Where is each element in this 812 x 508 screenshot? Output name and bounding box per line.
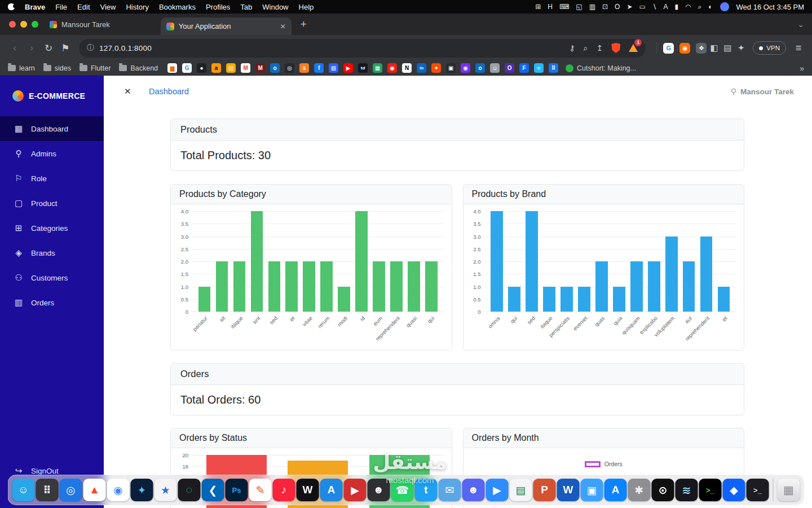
bookmark-favicon[interactable]: ⠿ bbox=[549, 63, 558, 73]
bookmark-favicon[interactable]: ◎ bbox=[285, 63, 294, 73]
dock-appstore-2[interactable]: A bbox=[604, 479, 627, 501]
leo-sparkle-icon[interactable]: ✦ bbox=[735, 43, 747, 53]
forward-button[interactable]: › bbox=[24, 42, 39, 54]
menubar-app-name[interactable]: Brave bbox=[25, 3, 45, 11]
status-icon[interactable]: ⊞ bbox=[535, 3, 541, 11]
dock-word[interactable]: W bbox=[557, 479, 580, 501]
status-icon[interactable]: A bbox=[663, 3, 668, 11]
tab-your-application[interactable]: Your Application ✕ bbox=[161, 17, 292, 35]
breadcrumb-dashboard-link[interactable]: Dashboard bbox=[149, 87, 189, 96]
menu-help[interactable]: Help bbox=[299, 3, 314, 11]
site-info-icon[interactable]: ⓘ bbox=[87, 43, 94, 53]
bookmark-favicon[interactable]: ▦ bbox=[373, 63, 382, 73]
brave-rewards-icon[interactable]: 1 bbox=[629, 44, 638, 52]
bookmark-favicon[interactable]: ▶ bbox=[343, 63, 353, 73]
bookmark-favicon[interactable]: M bbox=[241, 63, 250, 73]
bookmark-favicon[interactable]: ▧ bbox=[329, 63, 338, 73]
dock-android-studio[interactable]: ◌ bbox=[178, 479, 201, 501]
status-icon[interactable]: ⌨ bbox=[559, 3, 569, 11]
dock-trash[interactable]: ▦ bbox=[778, 479, 800, 501]
wallet-icon[interactable]: ▤ bbox=[721, 43, 734, 53]
dock-zoom[interactable]: ▶ bbox=[486, 479, 509, 501]
apple-menu-icon[interactable] bbox=[8, 3, 15, 10]
bookmark-favicon[interactable]: G bbox=[182, 63, 192, 73]
sidebar-item-customers[interactable]: ⚇Customers bbox=[0, 265, 104, 290]
bookmark-folder-flutter[interactable]: Flutter bbox=[80, 64, 111, 72]
bookmark-favicon[interactable]: o bbox=[475, 63, 485, 73]
dock-launchpad[interactable]: ⠿ bbox=[36, 479, 59, 501]
tab-search-chevron-icon[interactable]: ⌄ bbox=[797, 20, 804, 29]
status-icon[interactable]: ▭ bbox=[639, 3, 645, 11]
sidebar-item-orders[interactable]: ▥Orders bbox=[0, 290, 104, 315]
dock-twitter[interactable]: t bbox=[415, 479, 438, 501]
bookmark-flag-icon[interactable]: ⚑ bbox=[58, 42, 73, 54]
menu-window[interactable]: Window bbox=[262, 3, 288, 11]
dock-brave[interactable]: ▲ bbox=[83, 479, 106, 501]
extension-icon[interactable]: ◉ bbox=[679, 43, 690, 54]
zoom-window-button[interactable] bbox=[32, 21, 38, 28]
dock-vscode[interactable]: ❮ bbox=[202, 479, 224, 501]
bookmark-favicon[interactable]: N bbox=[402, 63, 412, 73]
find-in-page-icon[interactable]: ⌕ bbox=[584, 43, 588, 53]
extension-icon[interactable]: G bbox=[663, 43, 674, 54]
bookmark-favicon[interactable]: o bbox=[270, 63, 280, 73]
dock-photoshop[interactable]: Ps bbox=[226, 479, 248, 501]
close-window-button[interactable] bbox=[9, 21, 16, 28]
bookmark-favicon[interactable]: ▆ bbox=[167, 63, 177, 73]
bookmarks-overflow-chevron[interactable]: » bbox=[800, 64, 804, 73]
status-icon[interactable]: ⊡ bbox=[602, 3, 608, 11]
status-icon[interactable]: ▮ bbox=[674, 3, 678, 11]
bookmark-favicon[interactable]: O bbox=[505, 63, 514, 73]
sidebar-item-brands[interactable]: ◈Brands bbox=[0, 240, 104, 265]
bookmark-favicon[interactable]: ◉ bbox=[461, 63, 470, 73]
menu-history[interactable]: History bbox=[126, 3, 148, 11]
dock-white-star-app[interactable]: ★ bbox=[155, 479, 177, 501]
menu-tab[interactable]: Tab bbox=[240, 3, 252, 11]
bookmark-favicon[interactable]: ● bbox=[197, 63, 206, 73]
status-icon[interactable]: ➤ bbox=[626, 3, 632, 11]
minimize-window-button[interactable] bbox=[20, 21, 27, 28]
new-tab-button[interactable]: + bbox=[301, 18, 307, 30]
sidebar-item-product[interactable]: ▢Product bbox=[0, 191, 104, 216]
status-icon[interactable]: H bbox=[548, 3, 553, 11]
status-icon[interactable]: ▥ bbox=[589, 3, 595, 11]
sidebar-item-categories[interactable]: ⊞Categories bbox=[0, 216, 104, 240]
dock-powerpoint[interactable]: P bbox=[533, 479, 556, 501]
bookmark-folder-sides[interactable]: sides bbox=[43, 64, 71, 72]
extension-icon[interactable]: ❖ bbox=[696, 43, 707, 54]
status-icon[interactable]: ⌕ bbox=[698, 3, 702, 11]
vpn-button[interactable]: VPN bbox=[753, 41, 786, 55]
sidebar-item-dashboard[interactable]: ▦Dashboard bbox=[0, 116, 104, 141]
sidebar-item-admins[interactable]: ⚲Admins bbox=[0, 141, 104, 166]
dock-red-play-app[interactable]: ▶ bbox=[344, 479, 367, 501]
bookmark-favicon[interactable]: s bbox=[299, 63, 309, 73]
bookmark-favicon[interactable]: ◉ bbox=[387, 63, 397, 73]
bookmark-favicon[interactable]: ▤ bbox=[226, 63, 236, 73]
dock-terminal-2[interactable]: >_ bbox=[747, 479, 769, 501]
bookmark-favicon[interactable]: in bbox=[417, 63, 426, 73]
menu-bookmarks[interactable]: Bookmarks bbox=[159, 3, 196, 11]
dock-mail[interactable]: ✉ bbox=[439, 479, 461, 501]
menu-view[interactable]: View bbox=[100, 3, 116, 11]
bookmark-favicon[interactable]: ☺ bbox=[490, 63, 500, 73]
bookmark-favicon[interactable]: a bbox=[211, 63, 221, 73]
dock-discord[interactable]: ☻ bbox=[462, 479, 485, 501]
url-text[interactable]: 127.0.0.1:8000 bbox=[99, 44, 152, 52]
dock-music-app[interactable]: ♪ bbox=[273, 479, 295, 501]
status-icon[interactable]: O bbox=[615, 3, 620, 11]
current-user[interactable]: ⚲ Mansour Tarek bbox=[731, 87, 794, 96]
password-key-icon[interactable]: ⚷ bbox=[570, 43, 575, 52]
brave-shield-icon[interactable] bbox=[611, 43, 620, 53]
url-bar[interactable]: ⓘ 127.0.0.1:8000 ⚷ ⌕ ↥ 1 bbox=[79, 39, 646, 58]
dock-settings[interactable]: ✱ bbox=[628, 479, 651, 501]
dock-finder[interactable]: ☺ bbox=[12, 479, 35, 501]
sidebar-panel-icon[interactable]: ◧ bbox=[708, 43, 720, 53]
bookmark-favicon[interactable]: ✦ bbox=[431, 63, 441, 73]
dock-docker-dark[interactable]: ≋ bbox=[676, 479, 698, 501]
status-icon[interactable]: ◠ bbox=[685, 3, 691, 11]
dock-pen-app[interactable]: ✎ bbox=[249, 479, 272, 501]
status-icon[interactable]: ◐ bbox=[708, 3, 712, 11]
menu-file[interactable]: File bbox=[55, 3, 67, 11]
dock-chrome[interactable]: ◉ bbox=[107, 479, 130, 501]
back-button[interactable]: ‹ bbox=[7, 42, 23, 54]
